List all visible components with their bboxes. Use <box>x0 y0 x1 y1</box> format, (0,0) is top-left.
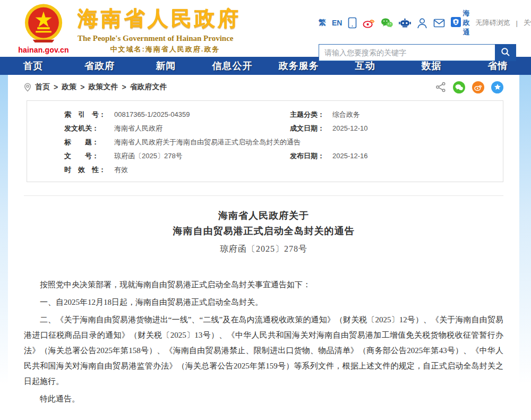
site-domain: hainan.gov.cn <box>18 46 69 54</box>
breadcrumb-policy-documents[interactable]: 政策文件 <box>88 82 118 92</box>
nav-item-provincial-government[interactable]: 省政府 <box>66 57 133 75</box>
content-panel: 首页 > 政策 > 政策文件 > 省政府文件 <box>8 75 519 420</box>
page-background: 首页 > 政策 > 政策文件 > 省政府文件 <box>0 75 531 420</box>
meta-label-doc-number: 文 号： <box>64 149 114 163</box>
document-meta-box: 索 引 号： 00817365-1/2025-04359 主题分类： 综合政务 … <box>27 100 503 182</box>
meta-value-doc-number: 琼府函〔2025〕278号 <box>114 149 290 163</box>
meta-value-validity: 有效 <box>114 163 290 177</box>
document-title-line2: 海南自由贸易港正式启动全岛封关的通告 <box>24 224 503 239</box>
breadcrumb: 首页 > 政策 > 政策文件 > 省政府文件 <box>24 82 167 92</box>
meta-value-written-date: 2025-12-10 <box>332 122 495 135</box>
nav-item-information-disclosure[interactable]: 信息公开 <box>199 57 266 75</box>
main-nav: 首页 省政府 新闻 信息公开 政务服务 互动 数据 省情 <box>0 57 531 75</box>
mail-icon[interactable] <box>433 19 445 28</box>
share-wechat-icon[interactable] <box>453 81 465 93</box>
breadcrumb-separator: > <box>80 83 84 91</box>
document-number: 琼府函〔2025〕278号 <box>24 244 503 255</box>
meta-row: 发文机关： 海南省人民政府 成文日期： 2025-12-10 <box>64 122 495 135</box>
meta-row: 标 题： 海南省人民政府关于海南自由贸易港正式启动全岛封关的通告 <box>64 135 495 149</box>
breadcrumb-row: 首页 > 政策 > 政策文件 > 省政府文件 <box>24 75 503 99</box>
robot-icon[interactable] <box>399 18 411 28</box>
meta-row: 文 号： 琼府函〔2025〕278号 发布日期： 2025-12-16 <box>64 149 495 163</box>
paragraph: 特此通告。 <box>24 391 503 407</box>
site-header: hainan.gov.cn 海南省人民政府 The People's Gover… <box>0 0 531 57</box>
nav-item-province-profile[interactable]: 省情 <box>465 57 531 75</box>
meta-label-issuing-agency: 发文机关： <box>64 122 114 135</box>
haizhengtong-icon <box>451 17 461 29</box>
breadcrumb-home[interactable]: 首页 <box>35 82 50 92</box>
document-title: 海南省人民政府关于 海南自由贸易港正式启动全岛封关的通告 <box>24 208 503 239</box>
national-emblem-icon <box>23 37 64 46</box>
header-right: 繁 EN <box>319 3 516 57</box>
site-logo[interactable]: hainan.gov.cn <box>18 3 69 57</box>
document-body: 按照党中央决策部署，现就海南自由贸易港正式启动全岛封关事宜通告如下： 一、自20… <box>24 277 503 407</box>
divider <box>24 195 503 196</box>
share-qzone-icon[interactable] <box>491 81 503 93</box>
meta-label-topic-category: 主题分类： <box>290 108 332 122</box>
site-title-en: The People's Government of Hainan Provin… <box>78 34 253 43</box>
meta-value-empty <box>332 135 495 149</box>
paragraph: 一、自2025年12月18日起，海南自由贸易港正式启动全岛封关。 <box>24 295 503 310</box>
paragraph: 按照党中央决策部署，现就海南自由贸易港正式启动全岛封关事宜通告如下： <box>24 277 503 293</box>
header-toolbar: 繁 EN <box>319 8 516 37</box>
nav-item-government-services[interactable]: 政务服务 <box>266 57 332 75</box>
meta-value-index-number: 00817365-1/2025-04359 <box>114 108 290 122</box>
breadcrumb-policy[interactable]: 政策 <box>62 82 76 92</box>
nav-item-data[interactable]: 数据 <box>398 57 465 75</box>
meta-label-validity: 时 效 性： <box>64 163 114 177</box>
wechat-icon[interactable] <box>381 18 393 28</box>
breadcrumb-separator: > <box>54 83 58 91</box>
meta-label-empty <box>290 135 332 149</box>
share-icon[interactable] <box>435 82 446 92</box>
meta-value-title: 海南省人民政府关于海南自由贸易港正式启动全岛封关的通告 <box>114 135 290 149</box>
english-link[interactable]: EN <box>332 19 342 27</box>
meta-label-title: 标 题： <box>64 135 114 149</box>
meta-label-publish-date: 发布日期： <box>290 149 332 163</box>
nav-item-home[interactable]: 首页 <box>0 57 66 75</box>
meta-value-topic-category: 综合政务 <box>332 108 495 122</box>
meta-row: 时 效 性： 有效 <box>64 163 495 177</box>
share-weibo-icon[interactable] <box>472 81 484 93</box>
weibo-icon[interactable] <box>363 18 375 28</box>
location-pin-icon <box>24 83 31 92</box>
meta-label-index-number: 索 引 号： <box>64 108 114 122</box>
haizhengtong-link[interactable]: 海政通 <box>451 8 469 37</box>
meta-label-empty <box>290 163 332 177</box>
haizhengtong-label: 海政通 <box>463 8 469 37</box>
breadcrumb-provincial-documents[interactable]: 省政府文件 <box>130 82 167 92</box>
care-version-link[interactable]: 关怀版 <box>524 18 531 28</box>
meta-value-empty <box>332 163 495 177</box>
site-brand: 海南省人民政府 The People's Government of Haina… <box>78 3 253 57</box>
meta-value-issuing-agency: 海南省人民政府 <box>114 122 290 135</box>
paragraph: 二、《关于海南自由贸易港货物进出“一线”、“二线”及在岛内流通税收政策的通知》（… <box>24 312 503 389</box>
site-domain-cn: 中文域名:海南省人民政府.政务 <box>78 45 253 54</box>
site-title: 海南省人民政府 <box>78 4 253 33</box>
toolbar-separator: | <box>516 19 517 27</box>
traditional-chinese-link[interactable]: 繁 <box>319 18 326 28</box>
accessibility-link[interactable]: 无障碍浏览 <box>475 18 510 28</box>
user-icon[interactable] <box>417 18 427 29</box>
mobile-icon[interactable] <box>348 17 357 29</box>
share-row <box>435 81 503 93</box>
meta-label-written-date: 成文日期： <box>290 122 332 135</box>
meta-row: 索 引 号： 00817365-1/2025-04359 主题分类： 综合政务 <box>64 108 495 122</box>
nav-item-interaction[interactable]: 互动 <box>332 57 398 75</box>
meta-value-publish-date: 2025-12-16 <box>332 149 495 163</box>
breadcrumb-separator: > <box>122 83 126 91</box>
document-title-line1: 海南省人民政府关于 <box>24 208 503 224</box>
nav-item-news[interactable]: 新闻 <box>133 57 199 75</box>
